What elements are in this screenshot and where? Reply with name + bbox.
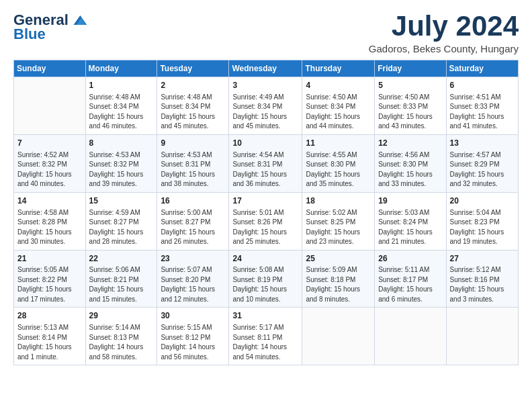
day-number: 19	[378, 195, 442, 207]
calendar-week-row-2: 7Sunrise: 4:52 AMSunset: 8:32 PMDaylight…	[14, 134, 519, 192]
day-number: 22	[89, 253, 154, 265]
day-info: Sunrise: 5:13 AMSunset: 8:14 PMDaylight:…	[17, 323, 82, 362]
day-number: 18	[306, 195, 371, 207]
day-number: 17	[232, 195, 298, 207]
weekday-header-tuesday: Tuesday	[157, 60, 229, 77]
calendar-cell: 20Sunrise: 5:04 AMSunset: 8:23 PMDayligh…	[446, 192, 518, 250]
calendar-cell: 13Sunrise: 4:57 AMSunset: 8:29 PMDayligh…	[446, 134, 518, 192]
title-block: July 2024 Gadoros, Bekes County, Hungary	[369, 11, 519, 54]
day-info: Sunrise: 4:50 AMSunset: 8:34 PMDaylight:…	[306, 93, 371, 132]
calendar-cell: 21Sunrise: 5:05 AMSunset: 8:22 PMDayligh…	[14, 250, 86, 308]
calendar-week-row-1: 1Sunrise: 4:48 AMSunset: 8:34 PMDaylight…	[14, 77, 519, 135]
calendar-cell: 27Sunrise: 5:12 AMSunset: 8:16 PMDayligh…	[446, 250, 518, 308]
day-info: Sunrise: 4:52 AMSunset: 8:32 PMDaylight:…	[17, 150, 82, 189]
day-number: 25	[306, 253, 371, 265]
day-number: 14	[17, 195, 82, 207]
day-number: 7	[17, 138, 82, 149]
calendar-cell: 29Sunrise: 5:14 AMSunset: 8:13 PMDayligh…	[85, 308, 157, 365]
day-info: Sunrise: 5:15 AMSunset: 8:12 PMDaylight:…	[161, 323, 225, 362]
calendar-cell: 17Sunrise: 5:01 AMSunset: 8:26 PMDayligh…	[229, 192, 302, 250]
calendar-cell: 28Sunrise: 5:13 AMSunset: 8:14 PMDayligh…	[14, 308, 86, 365]
calendar-cell: 7Sunrise: 4:52 AMSunset: 8:32 PMDaylight…	[14, 134, 86, 192]
calendar-cell: 19Sunrise: 5:03 AMSunset: 8:24 PMDayligh…	[375, 192, 446, 250]
location: Gadoros, Bekes County, Hungary	[369, 43, 519, 54]
day-number: 10	[232, 138, 298, 149]
calendar-cell: 24Sunrise: 5:08 AMSunset: 8:19 PMDayligh…	[229, 250, 302, 308]
day-number: 30	[161, 310, 225, 322]
day-info: Sunrise: 5:17 AMSunset: 8:11 PMDaylight:…	[232, 323, 298, 362]
day-number: 31	[232, 310, 298, 322]
weekday-header-row: SundayMondayTuesdayWednesdayThursdayFrid…	[14, 60, 519, 77]
weekday-header-saturday: Saturday	[446, 60, 518, 77]
weekday-header-monday: Monday	[85, 60, 157, 77]
day-number: 4	[306, 80, 371, 91]
day-info: Sunrise: 5:07 AMSunset: 8:20 PMDaylight:…	[161, 265, 225, 304]
calendar-cell	[375, 308, 446, 365]
day-info: Sunrise: 4:55 AMSunset: 8:30 PMDaylight:…	[306, 150, 371, 189]
day-number: 2	[161, 80, 225, 91]
day-number: 16	[161, 195, 225, 207]
day-number: 29	[89, 310, 154, 322]
day-info: Sunrise: 5:06 AMSunset: 8:21 PMDaylight:…	[89, 265, 154, 304]
day-number: 12	[378, 138, 442, 149]
day-info: Sunrise: 4:51 AMSunset: 8:33 PMDaylight:…	[450, 93, 515, 132]
calendar-cell: 18Sunrise: 5:02 AMSunset: 8:25 PMDayligh…	[302, 192, 375, 250]
day-number: 13	[450, 138, 515, 149]
calendar-cell: 3Sunrise: 4:49 AMSunset: 8:34 PMDaylight…	[229, 77, 302, 135]
day-number: 11	[306, 138, 371, 149]
weekday-header-wednesday: Wednesday	[229, 60, 302, 77]
day-info: Sunrise: 4:53 AMSunset: 8:31 PMDaylight:…	[161, 150, 225, 189]
calendar-cell	[302, 308, 375, 365]
day-info: Sunrise: 5:03 AMSunset: 8:24 PMDaylight:…	[378, 208, 442, 247]
calendar-cell: 4Sunrise: 4:50 AMSunset: 8:34 PMDaylight…	[302, 77, 375, 135]
day-number: 9	[161, 138, 225, 149]
day-info: Sunrise: 4:48 AMSunset: 8:34 PMDaylight:…	[89, 93, 154, 132]
weekday-header-sunday: Sunday	[14, 60, 86, 77]
day-info: Sunrise: 5:05 AMSunset: 8:22 PMDaylight:…	[17, 265, 82, 304]
page: General Blue July 2024 Gadoros, Bekes Co…	[0, 0, 532, 372]
calendar-cell: 9Sunrise: 4:53 AMSunset: 8:31 PMDaylight…	[157, 134, 229, 192]
calendar-cell: 14Sunrise: 4:58 AMSunset: 8:28 PMDayligh…	[14, 192, 86, 250]
logo: General Blue	[13, 11, 89, 43]
day-number: 20	[450, 195, 515, 207]
day-info: Sunrise: 5:14 AMSunset: 8:13 PMDaylight:…	[89, 323, 154, 362]
day-info: Sunrise: 4:59 AMSunset: 8:27 PMDaylight:…	[89, 208, 154, 247]
day-info: Sunrise: 4:58 AMSunset: 8:28 PMDaylight:…	[17, 208, 82, 247]
calendar-cell: 25Sunrise: 5:09 AMSunset: 8:18 PMDayligh…	[302, 250, 375, 308]
calendar-cell: 23Sunrise: 5:07 AMSunset: 8:20 PMDayligh…	[157, 250, 229, 308]
day-number: 27	[450, 253, 515, 265]
calendar-cell: 1Sunrise: 4:48 AMSunset: 8:34 PMDaylight…	[85, 77, 157, 135]
calendar-week-row-4: 21Sunrise: 5:05 AMSunset: 8:22 PMDayligh…	[14, 250, 519, 308]
calendar-cell: 2Sunrise: 4:48 AMSunset: 8:34 PMDaylight…	[157, 77, 229, 135]
calendar-cell: 12Sunrise: 4:56 AMSunset: 8:30 PMDayligh…	[375, 134, 446, 192]
day-number: 15	[89, 195, 154, 207]
calendar-cell: 15Sunrise: 4:59 AMSunset: 8:27 PMDayligh…	[85, 192, 157, 250]
day-number: 21	[17, 253, 82, 265]
day-info: Sunrise: 5:02 AMSunset: 8:25 PMDaylight:…	[306, 208, 371, 247]
day-info: Sunrise: 4:53 AMSunset: 8:32 PMDaylight:…	[89, 150, 154, 189]
calendar-cell: 30Sunrise: 5:15 AMSunset: 8:12 PMDayligh…	[157, 308, 229, 365]
day-info: Sunrise: 5:12 AMSunset: 8:16 PMDaylight:…	[450, 265, 515, 304]
day-info: Sunrise: 5:00 AMSunset: 8:27 PMDaylight:…	[161, 208, 225, 247]
day-number: 3	[232, 80, 298, 91]
day-info: Sunrise: 4:57 AMSunset: 8:29 PMDaylight:…	[450, 150, 515, 189]
day-info: Sunrise: 4:54 AMSunset: 8:31 PMDaylight:…	[232, 150, 298, 189]
day-info: Sunrise: 4:50 AMSunset: 8:33 PMDaylight:…	[378, 93, 442, 132]
day-number: 5	[378, 80, 442, 91]
calendar-cell: 11Sunrise: 4:55 AMSunset: 8:30 PMDayligh…	[302, 134, 375, 192]
day-number: 8	[89, 138, 154, 149]
day-info: Sunrise: 5:01 AMSunset: 8:26 PMDaylight:…	[232, 208, 298, 247]
day-info: Sunrise: 5:11 AMSunset: 8:17 PMDaylight:…	[378, 265, 442, 304]
day-info: Sunrise: 5:04 AMSunset: 8:23 PMDaylight:…	[450, 208, 515, 247]
calendar-week-row-3: 14Sunrise: 4:58 AMSunset: 8:28 PMDayligh…	[14, 192, 519, 250]
calendar-cell: 10Sunrise: 4:54 AMSunset: 8:31 PMDayligh…	[229, 134, 302, 192]
calendar-cell: 5Sunrise: 4:50 AMSunset: 8:33 PMDaylight…	[375, 77, 446, 135]
calendar-cell: 22Sunrise: 5:06 AMSunset: 8:21 PMDayligh…	[85, 250, 157, 308]
logo-icon	[70, 11, 89, 30]
calendar-cell	[446, 308, 518, 365]
weekday-header-thursday: Thursday	[302, 60, 375, 77]
day-number: 28	[17, 310, 82, 322]
calendar-cell: 8Sunrise: 4:53 AMSunset: 8:32 PMDaylight…	[85, 134, 157, 192]
day-number: 6	[450, 80, 515, 91]
calendar-cell: 26Sunrise: 5:11 AMSunset: 8:17 PMDayligh…	[375, 250, 446, 308]
